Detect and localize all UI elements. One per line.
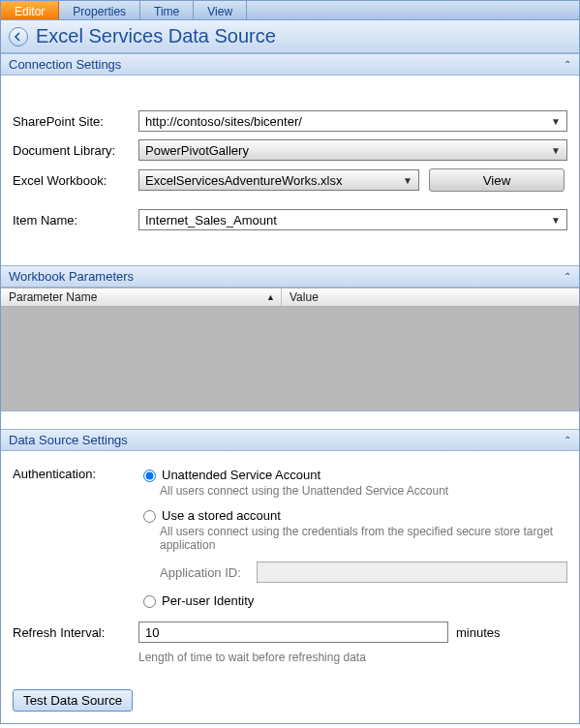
document-library-combo[interactable]: PowerPivotGallery ▼ — [138, 139, 567, 161]
tab-label: Properties — [73, 5, 126, 18]
collapse-icon[interactable]: ⌃ — [564, 435, 571, 445]
chevron-down-icon: ▼ — [403, 175, 412, 186]
excel-workbook-combo[interactable]: ExcelServicesAdventureWorks.xlsx ▼ — [138, 169, 419, 191]
authentication-label: Authentication: — [13, 467, 138, 610]
connection-settings-body: SharePoint Site: http://contoso/sites/bi… — [1, 76, 579, 265]
tab-view[interactable]: View — [194, 1, 247, 19]
tab-properties[interactable]: Properties — [59, 1, 140, 19]
radio-stored-label: Use a stored account — [162, 508, 281, 523]
sort-icon: ▲ — [266, 292, 275, 302]
refresh-desc: Length of time to wait before refreshing… — [138, 651, 567, 664]
column-label: Parameter Name — [9, 290, 97, 304]
item-name-value: Internet_Sales_Amount — [145, 213, 277, 228]
parameters-table-body — [1, 307, 579, 411]
view-button[interactable]: View — [429, 168, 565, 192]
chevron-down-icon: ▼ — [551, 116, 561, 127]
tab-editor[interactable]: Editor — [1, 1, 59, 19]
chevron-down-icon: ▼ — [551, 145, 561, 156]
tab-label: Time — [154, 5, 179, 18]
section-header-parameters[interactable]: Workbook Parameters ⌃ — [1, 265, 579, 288]
application-id-field — [257, 561, 567, 583]
title-bar: Excel Services Data Source — [1, 20, 579, 53]
column-label: Value — [290, 290, 319, 304]
sharepoint-site-label: SharePoint Site: — [13, 114, 138, 129]
collapse-icon[interactable]: ⌃ — [564, 271, 571, 282]
section-title: Data Source Settings — [9, 433, 128, 447]
back-arrow-icon — [14, 32, 23, 42]
section-title: Connection Settings — [9, 57, 121, 72]
document-library-label: Document Library: — [13, 143, 138, 158]
back-button[interactable] — [9, 27, 28, 46]
excel-workbook-value: ExcelServicesAdventureWorks.xlsx — [145, 173, 343, 188]
tab-label: View — [207, 5, 232, 18]
tab-time[interactable]: Time — [140, 1, 194, 19]
collapse-icon[interactable]: ⌃ — [564, 59, 571, 70]
excel-workbook-label: Excel Workbook: — [13, 173, 138, 188]
unattended-desc: All users connect using the Unattended S… — [160, 484, 567, 498]
chevron-down-icon: ▼ — [551, 215, 561, 226]
radio-peruser-label: Per-user Identity — [162, 593, 254, 608]
section-title: Workbook Parameters — [9, 269, 134, 284]
radio-unattended-label: Unattended Service Account — [162, 468, 321, 482]
document-library-value: PowerPivotGallery — [145, 143, 249, 158]
refresh-interval-label: Refresh Interval: — [13, 625, 138, 640]
radio-peruser[interactable] — [143, 595, 156, 608]
refresh-interval-input[interactable] — [138, 622, 448, 643]
column-value[interactable]: Value — [282, 290, 579, 304]
item-name-combo[interactable]: Internet_Sales_Amount ▼ — [138, 209, 567, 230]
sharepoint-site-value: http://contoso/sites/bicenter/ — [145, 114, 302, 129]
application-id-label: Application ID: — [160, 565, 257, 580]
item-name-label: Item Name: — [13, 213, 138, 228]
window: Editor Properties Time View Excel Servic… — [0, 0, 580, 724]
parameters-table-header: Parameter Name ▲ Value — [1, 288, 579, 307]
section-header-connection[interactable]: Connection Settings ⌃ — [1, 53, 579, 76]
tab-label: Editor — [15, 5, 45, 18]
page-title: Excel Services Data Source — [36, 25, 276, 47]
minutes-label: minutes — [456, 625, 501, 640]
stored-desc: All users connect using the credentials … — [160, 525, 567, 552]
column-parameter-name[interactable]: Parameter Name ▲ — [1, 288, 282, 306]
radio-stored[interactable] — [143, 510, 156, 523]
data-source-settings-body: Authentication: Unattended Service Accou… — [1, 451, 579, 683]
test-data-source-button[interactable]: Test Data Source — [13, 689, 133, 712]
section-header-datasource[interactable]: Data Source Settings ⌃ — [1, 429, 579, 451]
tab-bar: Editor Properties Time View — [1, 1, 579, 20]
sharepoint-site-combo[interactable]: http://contoso/sites/bicenter/ ▼ — [138, 110, 567, 132]
radio-unattended[interactable] — [143, 470, 156, 482]
